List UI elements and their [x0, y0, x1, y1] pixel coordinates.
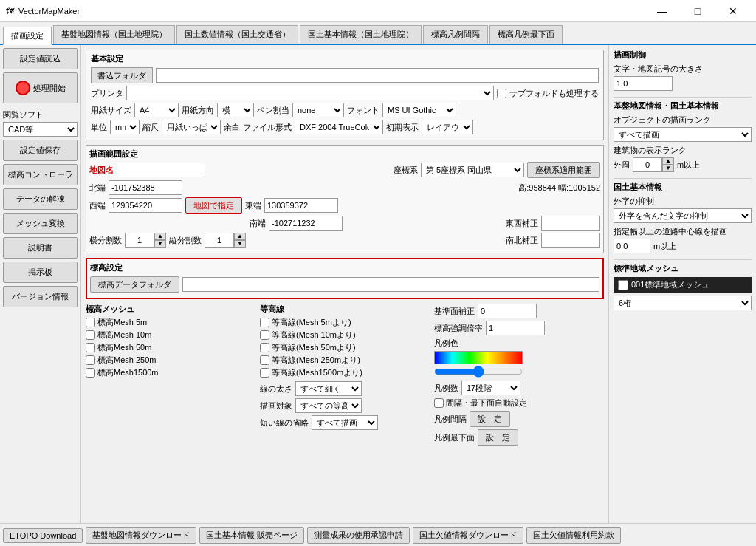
initial-display-label: 初期表示 — [386, 122, 419, 133]
legend-bottom-set-button[interactable]: 設 定 — [478, 429, 518, 446]
bulletin-button[interactable]: 掲示板 — [3, 262, 78, 283]
h-div-up-button[interactable]: ▲ — [154, 233, 166, 240]
process-start-button[interactable]: 処理開始 — [3, 72, 78, 103]
standard-mesh-checkbox[interactable] — [618, 280, 628, 290]
tab-base-map[interactable]: 基盤地図情報（国土地理院） — [53, 25, 175, 44]
unit-select[interactable]: mm — [110, 120, 140, 134]
contour-1500m-checkbox[interactable] — [260, 368, 269, 378]
paper-dir-label: 用紙方向 — [182, 105, 214, 116]
elev-folder-button[interactable]: 標高データフォルダ — [90, 276, 179, 293]
sidebar: 設定値読込 処理開始 閲覧ソフト CAD等 設定値保存 標高コントローラ データ… — [0, 45, 81, 523]
draw-target-select[interactable]: すべての等高線 — [295, 398, 362, 413]
tab-national-basic[interactable]: 国土基本情報（国土地理院） — [300, 25, 422, 44]
v-div-up-button[interactable]: ▲ — [234, 233, 246, 240]
etopo-download-button[interactable]: ETOPO Download — [3, 528, 83, 543]
east-input[interactable] — [264, 198, 338, 213]
foreign-char-suppress-select[interactable]: 外字を含んだ文字の抑制 — [614, 208, 752, 223]
unit-row: 単位 mm 縮尺 用紙いっぱいに 余白 ファイル形式 DXF 2004 True… — [91, 120, 599, 134]
draw-rank-select[interactable]: すべて描画 — [614, 127, 752, 142]
map-name-input[interactable] — [117, 163, 205, 177]
h-div-down-button[interactable]: ▼ — [154, 240, 166, 248]
drawing-range-section: 描画範囲設定 地図名 座標系 第 5座標系 岡山県 座標系適用範囲 北端 高:9… — [86, 145, 604, 253]
building-rank-down-button[interactable]: ▼ — [662, 165, 674, 172]
h-div-input[interactable] — [125, 233, 154, 248]
measure-approval-button[interactable]: 測量成果の使用承認申請 — [307, 527, 410, 544]
base-map-download-button[interactable]: 基盤地図情報ダウンロード — [86, 527, 196, 544]
subfolder-checkbox[interactable] — [497, 89, 506, 98]
national-lack-terms-button[interactable]: 国土欠値情報利用約款 — [526, 527, 621, 544]
write-folder-input[interactable] — [156, 68, 599, 83]
national-lack-download-button[interactable]: 国土欠値情報ダウンロード — [413, 527, 523, 544]
standard-mesh-digits-select[interactable]: 6桁 — [614, 296, 752, 310]
v-div-input[interactable] — [205, 233, 234, 248]
contour-50m-label: 等高線(Mesh 50mより) — [272, 342, 356, 353]
elev-emphasis-input[interactable] — [486, 321, 545, 335]
subfolder-label: サブフォルドも処理する — [509, 88, 599, 99]
coord-sys-apply-button[interactable]: 座標系適用範囲 — [527, 162, 600, 178]
road-width-input[interactable] — [614, 239, 650, 253]
west-input[interactable] — [109, 198, 182, 213]
font-label: フォント — [347, 105, 379, 116]
cad-select[interactable]: CAD等 — [3, 122, 78, 137]
map-specify-button[interactable]: 地図で指定 — [185, 197, 242, 214]
building-rank-input[interactable] — [633, 157, 662, 172]
data-defrost-button[interactable]: データの解凍 — [3, 188, 78, 210]
line-thickness-label: 線の太さ — [260, 383, 292, 395]
basic-settings-title: 基本設定 — [91, 53, 599, 64]
initial-display-select[interactable]: レイアウト — [422, 120, 473, 134]
file-format-select[interactable]: DXF 2004 TrueColor — [295, 120, 383, 134]
legend-count-select[interactable]: 17段階 — [461, 381, 520, 395]
road-width-area: 指定幅以上の道路中心線を描画 m以上 — [614, 226, 752, 253]
ew-corr-input[interactable] — [541, 216, 600, 231]
short-line-select[interactable]: すべて描画 — [312, 415, 378, 430]
mesh-5m-label: 標高Mesh 5m — [97, 317, 147, 328]
mesh-5m-checkbox[interactable] — [86, 318, 95, 327]
interval-auto-checkbox[interactable] — [434, 398, 444, 408]
base-plane-label: 基準面補正 — [434, 306, 475, 317]
mesh-1500m-checkbox[interactable] — [86, 368, 95, 378]
scale-label: 縮尺 — [142, 122, 159, 133]
manual-button[interactable]: 説明書 — [3, 237, 78, 259]
building-rank-up-button[interactable]: ▲ — [662, 157, 674, 165]
char-size-input[interactable] — [614, 76, 673, 91]
settings-save-button[interactable]: 設定値保存 — [3, 140, 78, 161]
printer-select[interactable] — [126, 86, 494, 100]
write-folder-button[interactable]: 書込フォルダ — [91, 67, 153, 83]
line-thickness-select[interactable]: すべて細く — [295, 381, 362, 396]
mesh-250m-checkbox[interactable] — [86, 355, 95, 365]
east-label: 東端 — [245, 200, 261, 211]
north-input[interactable] — [109, 180, 182, 195]
legend-color-slider[interactable] — [434, 366, 523, 378]
minimize-button[interactable]: — — [645, 0, 679, 22]
tab-legend-interval[interactable]: 標高凡例間隔 — [423, 25, 488, 44]
contour-5m-checkbox[interactable] — [260, 318, 269, 327]
browse-software-label: 閲覧ソフト — [3, 109, 78, 120]
mesh-50m-checkbox[interactable] — [86, 343, 95, 352]
settings-load-button[interactable]: 設定値読込 — [3, 48, 78, 69]
mesh-10m-checkbox[interactable] — [86, 330, 95, 340]
tab-draw-settings[interactable]: 描画設定 — [3, 27, 52, 45]
pen-select[interactable]: none — [292, 103, 344, 117]
restore-button[interactable]: □ — [681, 0, 715, 22]
ns-corr-input[interactable] — [541, 233, 600, 248]
paper-size-select[interactable]: A4 — [134, 103, 179, 117]
tab-legend-bottom[interactable]: 標高凡例最下面 — [489, 25, 563, 44]
mesh-convert-button[interactable]: メッシュ変換 — [3, 213, 78, 234]
contour-50m-checkbox[interactable] — [260, 343, 269, 352]
elev-controller-button[interactable]: 標高コントローラ — [3, 164, 78, 185]
close-button[interactable]: ✕ — [716, 0, 750, 22]
south-input[interactable] — [269, 216, 343, 231]
legend-interval-set-button[interactable]: 設 定 — [470, 411, 510, 427]
font-select[interactable]: MS UI Gothic — [382, 103, 456, 117]
contour-250m-checkbox[interactable] — [260, 355, 269, 365]
scale-select[interactable]: 用紙いっぱいに — [162, 120, 221, 134]
contour-10m-checkbox[interactable] — [260, 330, 269, 340]
base-plane-input[interactable] — [478, 304, 537, 318]
paper-dir-select[interactable]: 横 — [217, 103, 254, 117]
coord-sys-select[interactable]: 第 5座標系 岡山県 — [421, 163, 524, 177]
national-basic-sale-button[interactable]: 国土基本情報 販売ページ — [199, 527, 304, 544]
elev-folder-input[interactable] — [182, 277, 599, 292]
v-div-down-button[interactable]: ▼ — [234, 240, 246, 248]
tab-national-numeric[interactable]: 国土数値情報（国土交通省） — [176, 25, 298, 44]
version-button[interactable]: バージョン情報 — [3, 286, 78, 307]
